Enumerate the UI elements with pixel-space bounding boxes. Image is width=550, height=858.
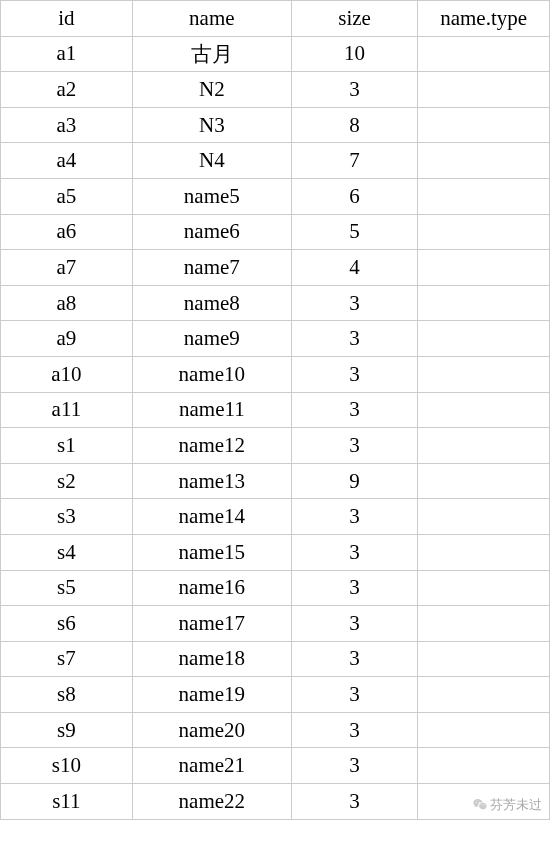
cell-type [418,36,550,72]
table-row: a10name103 [1,356,550,392]
cell-size: 8 [291,107,417,143]
cell-name: name22 [132,784,291,820]
table-row: a11name113 [1,392,550,428]
cell-name: name19 [132,677,291,713]
cell-name: name9 [132,321,291,357]
cell-size: 3 [291,712,417,748]
cell-type [418,356,550,392]
table-row: s2name139 [1,463,550,499]
cell-type [418,428,550,464]
cell-id: a3 [1,107,133,143]
cell-id: s1 [1,428,133,464]
cell-id: a5 [1,178,133,214]
cell-size: 5 [291,214,417,250]
cell-size: 3 [291,392,417,428]
cell-type [418,534,550,570]
cell-type [418,784,550,820]
cell-id: s7 [1,641,133,677]
cell-id: a4 [1,143,133,179]
cell-id: a9 [1,321,133,357]
cell-name: name18 [132,641,291,677]
cell-id: a11 [1,392,133,428]
cell-size: 3 [291,499,417,535]
cell-name: name17 [132,606,291,642]
cell-type [418,570,550,606]
cell-size: 3 [291,534,417,570]
table-row: a7name74 [1,250,550,286]
cell-size: 3 [291,784,417,820]
cell-size: 3 [291,356,417,392]
cell-type [418,606,550,642]
table-row: a1古月10 [1,36,550,72]
cell-name: name6 [132,214,291,250]
cell-type [418,107,550,143]
cell-id: s5 [1,570,133,606]
cell-name: name11 [132,392,291,428]
cell-name: name13 [132,463,291,499]
cell-name: N2 [132,72,291,108]
table-row: s10name213 [1,748,550,784]
cell-type [418,499,550,535]
cell-id: s3 [1,499,133,535]
cell-id: a10 [1,356,133,392]
cell-size: 4 [291,250,417,286]
cell-type [418,677,550,713]
cell-type [418,641,550,677]
cell-type [418,463,550,499]
cell-type [418,72,550,108]
table-row: a4N47 [1,143,550,179]
table-row: s6name173 [1,606,550,642]
cell-id: s9 [1,712,133,748]
col-header-size: size [291,1,417,37]
cell-name: name16 [132,570,291,606]
cell-size: 6 [291,178,417,214]
table-row: s5name163 [1,570,550,606]
table-row: s4name153 [1,534,550,570]
cell-type [418,178,550,214]
cell-id: s6 [1,606,133,642]
cell-name: 古月 [132,36,291,72]
col-header-name: name [132,1,291,37]
cell-size: 7 [291,143,417,179]
cell-name: name15 [132,534,291,570]
cell-size: 3 [291,72,417,108]
table-row: a6name65 [1,214,550,250]
cell-size: 9 [291,463,417,499]
cell-name: name7 [132,250,291,286]
cell-name: N4 [132,143,291,179]
cell-type [418,748,550,784]
cell-type [418,392,550,428]
cell-size: 3 [291,321,417,357]
cell-name: name8 [132,285,291,321]
cell-type [418,321,550,357]
cell-id: a8 [1,285,133,321]
table-row: a5name56 [1,178,550,214]
table-row: s3name143 [1,499,550,535]
cell-size: 3 [291,606,417,642]
cell-id: a6 [1,214,133,250]
cell-type [418,250,550,286]
table-row: s1name123 [1,428,550,464]
cell-id: a7 [1,250,133,286]
table-row: a3N38 [1,107,550,143]
table-row: s8name193 [1,677,550,713]
table-row: s9name203 [1,712,550,748]
cell-id: s2 [1,463,133,499]
table-row: a2N23 [1,72,550,108]
cell-size: 3 [291,285,417,321]
cell-name: name10 [132,356,291,392]
cell-size: 3 [291,428,417,464]
cell-type [418,143,550,179]
cell-id: s8 [1,677,133,713]
col-header-id: id [1,1,133,37]
cell-size: 3 [291,677,417,713]
cell-id: s10 [1,748,133,784]
cell-id: s4 [1,534,133,570]
table-header-row: id name size name.type [1,1,550,37]
data-table: id name size name.type a1古月10a2N23a3N38a… [0,0,550,820]
cell-size: 3 [291,641,417,677]
cell-type [418,214,550,250]
cell-name: name14 [132,499,291,535]
cell-id: s11 [1,784,133,820]
cell-size: 3 [291,748,417,784]
